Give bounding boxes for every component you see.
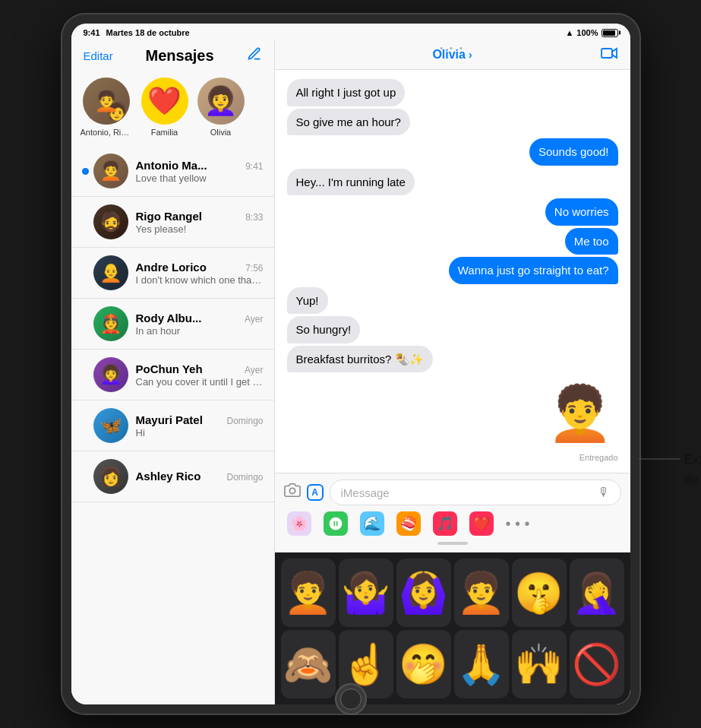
pinned-avatar-antonio: 🧑‍🦱 🧑 [83, 78, 130, 125]
sidebar-title: Mensajes [113, 47, 247, 65]
conversation-item-pochun[interactable]: 👩‍🦱 PoChun Yeh Ayer Can you cover it unt… [71, 350, 274, 400]
conv-time-ashley: Domingo [226, 472, 263, 483]
conv-preview-rigo: Yes please! [136, 223, 264, 235]
tray-audio-icon[interactable]: 🌊 [360, 511, 384, 536]
app-tray: 🌸 🌊 🍣 🎵 ❤️ • • • [284, 505, 621, 539]
pinned-avatar-familia: ❤️ [141, 78, 188, 125]
conv-info-antonio: Antonio Ma... 9:41 Love that yellow [136, 159, 264, 184]
unread-dot-antonio [82, 168, 89, 175]
apps-button[interactable]: A [307, 484, 324, 501]
ipad-frame: 9:41 Martes 18 de octubre ▲ 100% Editar … [62, 14, 639, 714]
conv-preview-rody: In an hour [136, 325, 264, 337]
msg-group-sent-1: Sounds good! [287, 138, 618, 166]
microphone-icon: 🎙 [598, 486, 610, 499]
callout-line [639, 459, 680, 460]
pinned-contact-familia[interactable]: ❤️ Familia [141, 78, 188, 137]
conv-time-antonio: 9:41 [245, 161, 263, 172]
tray-heart-icon[interactable]: ❤️ [469, 511, 494, 536]
message-input-field[interactable]: iMessage 🎙 [330, 480, 621, 505]
message-bubble-received-3: Hey... I'm running late [287, 169, 415, 196]
memoji-cell-9[interactable]: 🤭 [396, 630, 451, 698]
message-bubble-received-5: So hungry! [287, 316, 361, 343]
conversation-item-mayuri[interactable]: 🦋 Mayuri Patel Domingo Hi [71, 400, 274, 451]
message-bubble-received-1: All right I just got up [287, 79, 406, 106]
memoji-cell-7[interactable]: 🙈 [281, 630, 336, 698]
conversation-item-rigo[interactable]: 🧔 Rigo Rangel 8:33 Yes please! [71, 197, 274, 248]
memoji-cell-12[interactable]: 🚫 [570, 630, 624, 698]
sidebar: Editar Mensajes 🧑‍🦱 [71, 40, 275, 704]
msg-group-received-3: Yup! So hungry! Breakfast burritos? 🌯✨ [287, 287, 618, 373]
message-bubble-received-4: Yup! [287, 287, 328, 315]
main-content: Editar Mensajes 🧑‍🦱 [71, 40, 630, 704]
conversation-item-antonio[interactable]: 🧑‍🦱 Antonio Ma... 9:41 Love that yellow [71, 146, 274, 197]
battery-icon [602, 29, 618, 37]
status-right: ▲ 100% [565, 28, 617, 37]
memoji-sticker: 🧑‍🦱 [542, 375, 618, 451]
conversation-item-andre[interactable]: 🧑‍🦲 Andre Lorico 7:56 I don't know which… [71, 248, 274, 299]
apps-icon: A [307, 484, 324, 501]
tray-stickers-icon[interactable]: 🍣 [396, 511, 421, 536]
tray-photos-icon[interactable]: 🌸 [287, 511, 311, 536]
tray-music-icon[interactable]: 🎵 [433, 511, 457, 536]
conv-time-rigo: 8:33 [245, 212, 263, 223]
pinned-avatar-olivia: 👩‍🦱 [197, 78, 245, 125]
callout-line2: de iMessage. [684, 471, 701, 486]
conv-avatar-rigo: 🧔 [93, 204, 128, 239]
conv-name-mayuri: Mayuri Patel [136, 413, 203, 426]
callout-line1: Explora las apps [684, 452, 701, 467]
input-row: A iMessage 🎙 [284, 480, 621, 505]
status-date: Martes 18 de octubre [106, 28, 190, 37]
ipad-screen: 9:41 Martes 18 de octubre ▲ 100% Editar … [71, 24, 630, 704]
conv-info-rigo: Rigo Rangel 8:33 Yes please! [136, 210, 264, 235]
conv-preview-antonio: Love that yellow [136, 173, 264, 184]
message-bubble-sent-3: Me too [565, 228, 618, 255]
conv-preview-pochun: Can you cover it until I get there? [136, 376, 264, 388]
chat-header: • • • Olivia › [275, 40, 630, 70]
messages-area: All right I just got up So give me an ho… [275, 70, 630, 473]
memoji-cell-5[interactable]: 🤫 [512, 559, 567, 627]
msg-group-received-1: All right I just got up So give me an ho… [287, 79, 618, 135]
callout-text: Explora las apps de iMessage. [684, 450, 701, 489]
memoji-cell-1[interactable]: 🧑‍🦱 [281, 559, 336, 627]
conv-info-ashley: Ashley Rico Domingo [136, 470, 264, 483]
conv-avatar-mayuri: 🦋 [93, 408, 128, 443]
compose-button[interactable] [247, 46, 262, 65]
drag-handle [437, 542, 468, 545]
memoji-cell-4[interactable]: 🧑‍🦱 [454, 559, 509, 627]
svg-rect-0 [602, 49, 612, 58]
message-bubble-sent-1: Sounds good! [529, 138, 618, 166]
pinned-contact-olivia[interactable]: 👩‍🦱 Olivia [197, 78, 245, 137]
status-bar: 9:41 Martes 18 de octubre ▲ 100% [71, 24, 630, 40]
conversation-item-ashley[interactable]: 👩 Ashley Rico Domingo [71, 451, 274, 502]
conv-name-pochun: PoChun Yeh [136, 362, 203, 375]
pinned-contact-antonio[interactable]: 🧑‍🦱 🧑 Antonio, Rig... [81, 78, 132, 137]
message-bubble-received-2: So give me an hour? [287, 109, 410, 136]
conv-avatar-antonio: 🧑‍🦱 [93, 154, 128, 188]
conv-avatar-andre: 🧑‍🦲 [93, 255, 128, 290]
sidebar-header: Editar Mensajes [71, 40, 274, 71]
pinned-name-olivia: Olivia [210, 128, 232, 137]
message-bubble-received-6: Breakfast burritos? 🌯✨ [287, 346, 433, 373]
home-button[interactable] [335, 683, 367, 715]
delivered-label: Entregado [579, 453, 618, 462]
memoji-cell-6[interactable]: 🤦‍♀️ [570, 559, 624, 627]
memoji-cell-10[interactable]: 🙏 [454, 630, 509, 698]
conv-preview-andre: I don't know which one that is [136, 274, 264, 286]
edit-button[interactable]: Editar [84, 49, 113, 62]
tray-more-button[interactable]: • • • [506, 515, 530, 533]
conv-name-andre: Andre Lorico [136, 261, 207, 274]
video-call-button[interactable] [600, 44, 618, 66]
conversation-item-rody[interactable]: 👲 Rody Albu... Ayer In an hour [71, 299, 274, 350]
battery-fill [603, 30, 615, 36]
conv-info-rody: Rody Albu... Ayer In an hour [136, 312, 264, 337]
chat-panel: • • • Olivia › All right [275, 40, 630, 704]
memoji-cell-11[interactable]: 🙌 [512, 630, 567, 698]
conv-info-pochun: PoChun Yeh Ayer Can you cover it until I… [136, 362, 264, 388]
memoji-cell-3[interactable]: 🙆‍♀️ [396, 559, 451, 627]
tray-appstore-icon[interactable] [324, 511, 348, 536]
memoji-cell-2[interactable]: 🤷‍♀️ [339, 559, 393, 627]
conv-time-mayuri: Domingo [226, 416, 263, 426]
conv-time-andre: 7:56 [245, 263, 263, 274]
chevron-right-icon: › [469, 49, 472, 61]
camera-button[interactable] [284, 482, 301, 503]
